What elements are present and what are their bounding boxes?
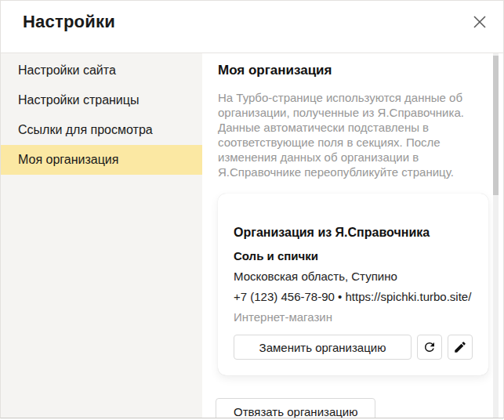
content-panel: Моя организация На Турбо-странице исполь… xyxy=(202,53,503,418)
organization-contact: +7 (123) 456-78-90 • https://spichki.tur… xyxy=(234,289,473,305)
pencil-icon xyxy=(453,340,467,354)
sidebar-item-label: Настройки сайта xyxy=(18,63,116,78)
refresh-icon xyxy=(422,340,437,354)
organization-category: Интернет-магазин xyxy=(234,310,473,325)
replace-organization-button[interactable]: Заменить организацию xyxy=(234,335,412,360)
organization-card: Организация из Я.Справочника Соль и спич… xyxy=(218,194,488,375)
sidebar: Настройки сайта Настройки страницы Ссылк… xyxy=(1,53,202,418)
dialog-header: Настройки xyxy=(1,1,503,53)
sidebar-item-label: Ссылки для просмотра xyxy=(18,123,153,137)
sidebar-item-label: Настройки страницы xyxy=(18,93,139,107)
card-title: Организация из Я.Справочника xyxy=(234,225,473,241)
close-button[interactable] xyxy=(471,13,488,31)
sidebar-item-site-settings[interactable]: Настройки сайта xyxy=(1,56,202,85)
edit-organization-button[interactable] xyxy=(448,335,473,360)
sidebar-item-my-organization[interactable]: Моя организация xyxy=(1,145,202,175)
refresh-organization-button[interactable] xyxy=(417,335,442,360)
card-actions: Заменить организацию xyxy=(234,335,473,360)
close-icon xyxy=(471,13,488,31)
page-title: Моя организация xyxy=(218,63,503,78)
dialog-body: Настройки сайта Настройки страницы Ссылк… xyxy=(1,53,503,418)
contact-separator: • xyxy=(338,290,342,303)
scrollbar-track[interactable] xyxy=(493,53,499,418)
dialog-title: Настройки xyxy=(23,12,115,32)
organization-url: https://spichki.turbo.site/ xyxy=(345,290,471,303)
settings-dialog: Настройки Настройки сайта Настройки стра… xyxy=(0,0,504,418)
organization-address: Московская область, Ступино xyxy=(234,269,473,284)
unlink-organization-button[interactable]: Отвязать организацию xyxy=(216,398,375,418)
sidebar-item-preview-links[interactable]: Ссылки для просмотра xyxy=(1,115,202,145)
organization-phone: +7 (123) 456-78-90 xyxy=(234,290,335,303)
description-text: На Турбо-странице используются данные об… xyxy=(218,90,478,179)
sidebar-item-label: Моя организация xyxy=(18,153,118,167)
sidebar-item-page-settings[interactable]: Настройки страницы xyxy=(1,85,202,115)
scrollbar-thumb[interactable] xyxy=(493,56,499,195)
organization-name: Соль и спички xyxy=(234,248,473,264)
